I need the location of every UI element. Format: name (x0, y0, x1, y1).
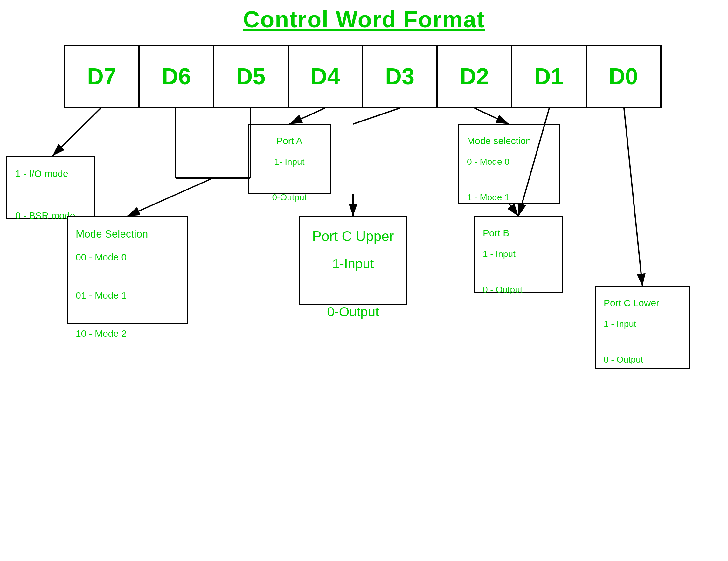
d6d5-line1: 00 - Mode 0 (76, 248, 179, 267)
d0-title: Port C Lower (604, 294, 681, 313)
d2-info-box: Mode selection 0 - Mode 0 1 - Mode 1 (458, 124, 560, 204)
d1-info-box: Port B 1 - Input 0 - Output (474, 216, 563, 293)
bit-d0: D0 (587, 46, 660, 107)
d7-info-box: 1 - I/O mode 0 - BSR mode (6, 156, 95, 219)
d4-line3: 0-Output (257, 189, 322, 206)
d3-info-box: Port C Upper 1-Input 0-Output (299, 216, 407, 305)
d2-line2 (467, 171, 551, 189)
svg-line-7 (353, 108, 400, 124)
d6d5-line3: 01 - Mode 1 (76, 286, 179, 305)
d4-line2 (257, 171, 322, 189)
d3-line2 (308, 276, 398, 300)
d7-line2 (15, 184, 87, 205)
d0-line1: 1 - Input (604, 315, 681, 333)
register-row: D7 D6 D5 D4 D3 D2 D1 D0 (64, 45, 662, 108)
bit-d1: D1 (512, 46, 587, 107)
d0-line2 (604, 333, 681, 351)
d2-title: Mode selection (467, 131, 551, 150)
d2-line3: 1 - Mode 1 (467, 189, 551, 206)
d4-title: Port A (257, 131, 322, 150)
svg-line-9 (475, 108, 509, 124)
d6d5-line5: 10 - Mode 2 (76, 324, 179, 343)
svg-line-12 (624, 108, 642, 286)
d2-line1: 0 - Mode 0 (467, 153, 551, 171)
d6d5-line2 (76, 267, 179, 286)
d3-title: Port C Upper (308, 224, 398, 249)
d0-line3: 0 - Output (604, 351, 681, 369)
svg-line-1 (52, 108, 101, 156)
bit-d2: D2 (438, 46, 512, 107)
d3-line1: 1-Input (308, 252, 398, 276)
svg-line-6 (289, 108, 325, 124)
d7-line1: 1 - I/O mode (15, 163, 87, 184)
d6d5-title: Mode Selection (76, 224, 179, 245)
d3-line3: 0-Output (308, 300, 398, 324)
page-title: Control Word Format (0, 0, 728, 32)
d4-line1: 1- Input (257, 153, 322, 171)
d1-line2 (483, 263, 554, 281)
bit-d6: D6 (140, 46, 214, 107)
d6d5-line4 (76, 305, 179, 324)
d1-line3: 0 - Output (483, 281, 554, 299)
bit-d3: D3 (363, 46, 438, 107)
bit-d4: D4 (289, 46, 363, 107)
svg-line-5 (127, 178, 213, 216)
d1-title: Port B (483, 224, 554, 243)
d6d5-info-box: Mode Selection 00 - Mode 0 01 - Mode 1 1… (67, 216, 188, 324)
bit-d5: D5 (214, 46, 289, 107)
bit-d7: D7 (65, 46, 140, 107)
d4-info-box: Port A 1- Input 0-Output (248, 124, 331, 194)
d0-info-box: Port C Lower 1 - Input 0 - Output (595, 286, 690, 369)
d1-line1: 1 - Input (483, 245, 554, 263)
